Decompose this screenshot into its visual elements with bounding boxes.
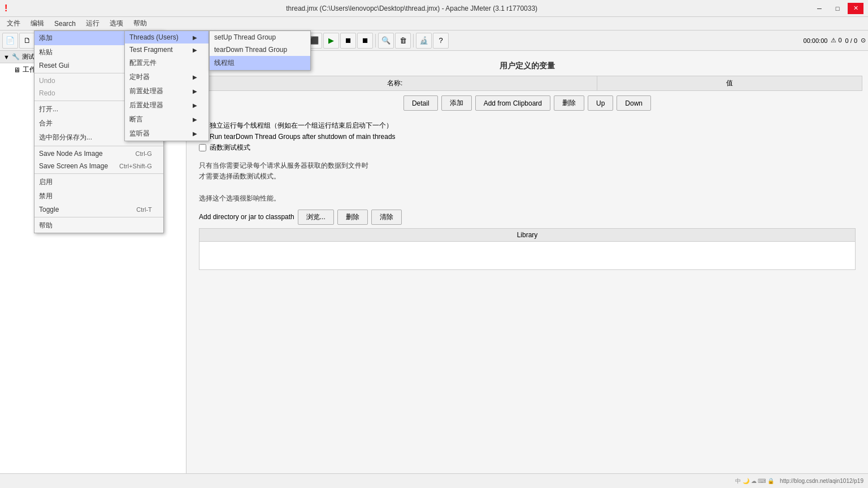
panel-content: 用户定义的变量 名称: 值 Detail 添加 Add from Clipboa… <box>186 51 868 473</box>
toolbar-remote-stop[interactable]: ⏹ <box>340 33 356 49</box>
window-title: thread.jmx (C:\Users\lenovopc\Desktop\th… <box>12 5 811 12</box>
add-from-clipboard-button[interactable]: Add from Clipboard <box>475 95 550 111</box>
toolbar-right-area: 00:00:00 ⚠ 0 0 / 0 ⊙ <box>804 37 866 44</box>
desc-line1: 只有当你需要记录每个请求从服务器获取的数据到文件时 <box>199 160 856 171</box>
menu-bar: 文件 编辑 Search 运行 选项 帮助 <box>0 17 868 30</box>
timer-display: 00:00:00 <box>804 37 828 44</box>
listener-arrow: ▶ <box>193 130 197 137</box>
setup-thread-group[interactable]: setUp Thread Group <box>210 31 310 43</box>
submenu-test-fragment[interactable]: Test Fragment ▶ <box>125 43 209 56</box>
toolbar-help[interactable]: ? <box>433 33 449 49</box>
thread-group[interactable]: 线程组 <box>210 56 310 70</box>
submenu-pre-processor[interactable]: 前置处理器 ▶ <box>125 84 209 98</box>
toolbar-remote-run[interactable]: ▶ <box>323 33 339 49</box>
menu-help[interactable]: 帮助 <box>129 18 151 29</box>
menu-edit[interactable]: 编辑 <box>26 18 49 29</box>
menu-help-item[interactable]: 帮助 <box>34 219 163 233</box>
functional-mode-checkbox[interactable] <box>199 144 206 151</box>
save-node-shortcut: Ctrl-G <box>136 150 152 157</box>
status-bar: 中 🌙 ☁ ⌨ 🔒 http://blog.csdn.net/aqin1012/… <box>0 473 868 488</box>
library-header: Library <box>199 228 856 241</box>
app-icon: ! <box>5 3 7 14</box>
col-name-header: 名称: <box>193 76 597 91</box>
close-button[interactable]: ✕ <box>848 3 863 14</box>
menu-search[interactable]: Search <box>50 19 80 29</box>
submenu-post-processor[interactable]: 后置处理器 ▶ <box>125 98 209 112</box>
functional-mode-label: 函数测试模式 <box>210 143 250 152</box>
status-url: http://blog.csdn.net/aqin1012/p19 <box>780 478 863 484</box>
toolbar-search[interactable]: 🔍 <box>378 33 394 49</box>
menu-sep3 <box>34 146 163 146</box>
menu-run[interactable]: 运行 <box>81 18 104 29</box>
variable-table: 名称: 值 <box>192 76 862 91</box>
status-icon: ⊙ <box>861 37 866 44</box>
test-plan-icon: 🔧 <box>12 53 20 60</box>
menu-file[interactable]: 文件 <box>2 18 25 29</box>
classpath-label: Add directory or jar to classpath <box>199 213 294 221</box>
toolbar-template[interactable]: 🗋 <box>19 33 35 49</box>
window-controls: ─ □ ✕ <box>811 3 863 14</box>
workbench-icon: 🖥 <box>14 66 20 74</box>
toggle-shortcut: Ctrl-T <box>136 206 152 213</box>
fragment-arrow: ▶ <box>193 47 197 53</box>
independent-thread-label: 独立运行每个线程组（例如在一个组运行结束后启动下一个） <box>210 121 393 130</box>
library-table: Library <box>199 228 856 270</box>
checkboxes-section: 独立运行每个线程组（例如在一个组运行结束后启动下一个） Run tearDown… <box>192 115 862 158</box>
checkbox-row-3: 函数测试模式 <box>199 143 856 152</box>
checkbox-row-2: Run tearDown Thread Groups after shutdow… <box>199 133 856 141</box>
toolbar-clear-search[interactable]: 🗑 <box>395 33 411 49</box>
submenu-assertion[interactable]: 断言 ▶ <box>125 112 209 127</box>
submenu-threads[interactable]: Threads (Users) ▶ <box>125 31 209 43</box>
teardown-thread-group[interactable]: tearDown Thread Group <box>210 43 310 56</box>
library-table-body <box>199 241 856 269</box>
clear-classpath-button[interactable]: 清除 <box>371 210 402 225</box>
menu-enable[interactable]: 启用 <box>34 175 163 189</box>
description-text: 只有当你需要记录每个请求从服务器获取的数据到文件时 才需要选择函数测试模式。 选… <box>192 158 862 206</box>
submenu-timer[interactable]: 定时器 ▶ <box>125 70 209 84</box>
right-panel: 用户定义的变量 名称: 值 Detail 添加 Add from Clipboa… <box>186 51 868 473</box>
toolbar-remote-exit[interactable]: ⏹ <box>357 33 373 49</box>
add-variable-button[interactable]: 添加 <box>441 95 472 111</box>
desc-line2: 才需要选择函数测试模式。 <box>199 171 856 182</box>
toolbar-sep5 <box>375 34 376 47</box>
menu-options[interactable]: 选项 <box>105 18 128 29</box>
menu-disable[interactable]: 禁用 <box>34 189 163 203</box>
toolbar-sep6 <box>413 34 414 47</box>
teardown-label: Run tearDown Thread Groups after shutdow… <box>210 133 396 141</box>
menu-sep5 <box>34 217 163 217</box>
minimize-button[interactable]: ─ <box>811 3 827 14</box>
toolbar-new[interactable]: 📄 <box>2 33 18 49</box>
desc-line4: 选择这个选项很影响性能。 <box>199 193 856 204</box>
status-watermark: 中 🌙 ☁ ⌨ 🔒 <box>735 477 774 485</box>
warning-display: ⚠ 0 <box>831 37 841 44</box>
assertion-arrow: ▶ <box>193 116 197 123</box>
classpath-section: Add directory or jar to classpath 浏览... … <box>192 206 862 228</box>
delete-classpath-button[interactable]: 删除 <box>337 210 368 225</box>
submenu-listener[interactable]: 监听器 ▶ <box>125 127 209 141</box>
down-button[interactable]: Down <box>617 95 651 111</box>
menu-save-node-image[interactable]: Save Node As Image Ctrl-G <box>34 147 163 160</box>
menu-toggle[interactable]: Toggle Ctrl-T <box>34 203 163 216</box>
desc-line3 <box>199 182 856 193</box>
browse-button[interactable]: 浏览... <box>298 210 334 225</box>
checkbox-row-1: 独立运行每个线程组（例如在一个组运行结束后启动下一个） <box>199 121 856 130</box>
restore-button[interactable]: □ <box>830 3 845 14</box>
add-submenu: Threads (Users) ▶ Test Fragment ▶ 配置元件 定… <box>124 30 209 141</box>
tree-expand-icon: ▼ <box>3 54 10 60</box>
threads-arrow: ▶ <box>193 34 197 41</box>
threads-submenu: setUp Thread Group tearDown Thread Group… <box>209 30 311 71</box>
error-ratio: 0 / 0 <box>845 37 857 44</box>
timer-arrow: ▶ <box>193 74 197 80</box>
title-bar: ! thread.jmx (C:\Users\lenovopc\Desktop\… <box>0 0 868 17</box>
action-buttons-row: Detail 添加 Add from Clipboard 删除 Up Down <box>192 91 862 115</box>
col-value-header: 值 <box>597 76 862 91</box>
pre-arrow: ▶ <box>193 88 197 94</box>
save-screen-shortcut: Ctrl+Shift-G <box>119 163 152 169</box>
menu-sep4 <box>34 173 163 174</box>
detail-button[interactable]: Detail <box>403 95 438 111</box>
up-button[interactable]: Up <box>588 95 613 111</box>
menu-save-screen-image[interactable]: Save Screen As Image Ctrl+Shift-G <box>34 160 163 172</box>
delete-variable-button[interactable]: 删除 <box>554 95 584 111</box>
submenu-config[interactable]: 配置元件 <box>125 56 209 70</box>
toolbar-function-helper[interactable]: 🔬 <box>416 33 432 49</box>
